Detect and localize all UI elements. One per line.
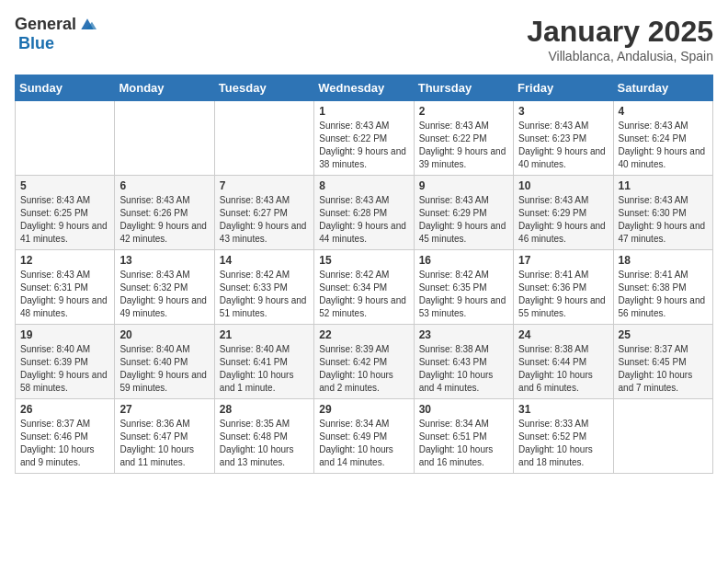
day-info: Sunrise: 8:43 AMSunset: 6:32 PMDaylight:… [119,269,209,320]
logo-blue-text: Blue [18,34,54,53]
day-info: Sunrise: 8:42 AMSunset: 6:33 PMDaylight:… [220,269,309,320]
day-info: Sunrise: 8:41 AMSunset: 6:38 PMDaylight:… [619,269,708,320]
day-info: Sunrise: 8:36 AMSunset: 6:47 PMDaylight:… [119,418,209,469]
calendar-week-row: 1Sunrise: 8:43 AMSunset: 6:22 PMDaylight… [16,101,713,176]
day-number: 8 [319,179,408,192]
calendar-cell: 4Sunrise: 8:43 AMSunset: 6:24 PMDaylight… [613,101,712,176]
calendar-cell: 23Sunrise: 8:38 AMSunset: 6:43 PMDayligh… [414,325,513,399]
calendar-header-row: SundayMondayTuesdayWednesdayThursdayFrid… [16,75,713,101]
day-header-monday: Monday [115,75,214,101]
day-number: 9 [419,179,508,192]
month-title: January 2025 [527,15,713,49]
day-header-thursday: Thursday [414,75,513,101]
day-number: 17 [518,254,608,267]
day-header-wednesday: Wednesday [314,75,414,101]
calendar-cell: 3Sunrise: 8:43 AMSunset: 6:23 PMDaylight… [514,101,613,176]
day-info: Sunrise: 8:40 AMSunset: 6:39 PMDaylight:… [20,343,109,395]
day-number: 28 [220,403,309,416]
calendar-cell: 29Sunrise: 8:34 AMSunset: 6:49 PMDayligh… [314,399,414,474]
logo-icon [78,16,97,34]
calendar-cell: 9Sunrise: 8:43 AMSunset: 6:29 PMDaylight… [414,176,513,250]
day-info: Sunrise: 8:42 AMSunset: 6:34 PMDaylight:… [319,269,408,320]
day-info: Sunrise: 8:34 AMSunset: 6:49 PMDaylight:… [319,418,408,469]
calendar-cell [16,101,115,176]
calendar-cell: 15Sunrise: 8:42 AMSunset: 6:34 PMDayligh… [314,250,414,325]
day-info: Sunrise: 8:43 AMSunset: 6:29 PMDaylight:… [518,194,608,246]
day-number: 26 [20,403,109,416]
day-number: 22 [319,328,408,341]
calendar-cell: 1Sunrise: 8:43 AMSunset: 6:22 PMDaylight… [314,101,414,176]
day-number: 18 [619,254,708,267]
day-number: 12 [20,254,109,267]
calendar-cell: 20Sunrise: 8:40 AMSunset: 6:40 PMDayligh… [115,325,214,399]
day-number: 19 [20,328,109,341]
day-number: 3 [518,105,608,118]
day-number: 11 [619,179,708,192]
calendar-cell: 14Sunrise: 8:42 AMSunset: 6:33 PMDayligh… [214,250,313,325]
day-number: 5 [20,179,109,192]
day-number: 1 [319,105,408,118]
day-number: 14 [220,254,309,267]
day-number: 6 [119,179,209,192]
calendar-cell: 18Sunrise: 8:41 AMSunset: 6:38 PMDayligh… [613,250,712,325]
day-number: 25 [619,328,708,341]
day-info: Sunrise: 8:43 AMSunset: 6:23 PMDaylight:… [518,120,608,171]
day-number: 4 [619,105,708,118]
day-number: 23 [419,328,508,341]
day-info: Sunrise: 8:40 AMSunset: 6:40 PMDaylight:… [119,343,209,395]
calendar-cell: 12Sunrise: 8:43 AMSunset: 6:31 PMDayligh… [16,250,115,325]
day-info: Sunrise: 8:43 AMSunset: 6:26 PMDaylight:… [119,194,209,246]
day-number: 31 [518,403,608,416]
logo: General Blue [15,15,97,53]
calendar-cell: 21Sunrise: 8:40 AMSunset: 6:41 PMDayligh… [214,325,313,399]
day-header-sunday: Sunday [16,75,115,101]
day-info: Sunrise: 8:34 AMSunset: 6:51 PMDaylight:… [419,418,508,469]
calendar-cell: 13Sunrise: 8:43 AMSunset: 6:32 PMDayligh… [115,250,214,325]
calendar-cell: 22Sunrise: 8:39 AMSunset: 6:42 PMDayligh… [314,325,414,399]
day-header-friday: Friday [514,75,613,101]
day-number: 2 [419,105,508,118]
day-info: Sunrise: 8:43 AMSunset: 6:28 PMDaylight:… [319,194,408,246]
day-info: Sunrise: 8:33 AMSunset: 6:52 PMDaylight:… [518,418,608,469]
calendar-cell: 31Sunrise: 8:33 AMSunset: 6:52 PMDayligh… [514,399,613,474]
day-number: 20 [119,328,209,341]
day-info: Sunrise: 8:43 AMSunset: 6:27 PMDaylight:… [220,194,309,246]
day-info: Sunrise: 8:39 AMSunset: 6:42 PMDaylight:… [319,343,408,395]
calendar-table: SundayMondayTuesdayWednesdayThursdayFrid… [15,75,713,474]
calendar-cell: 19Sunrise: 8:40 AMSunset: 6:39 PMDayligh… [16,325,115,399]
day-info: Sunrise: 8:43 AMSunset: 6:25 PMDaylight:… [20,194,109,246]
calendar-cell [613,399,712,474]
day-info: Sunrise: 8:35 AMSunset: 6:48 PMDaylight:… [220,418,309,469]
day-info: Sunrise: 8:43 AMSunset: 6:24 PMDaylight:… [619,120,708,171]
day-info: Sunrise: 8:42 AMSunset: 6:35 PMDaylight:… [419,269,508,320]
calendar-cell: 11Sunrise: 8:43 AMSunset: 6:30 PMDayligh… [613,176,712,250]
day-number: 15 [319,254,408,267]
calendar-cell: 2Sunrise: 8:43 AMSunset: 6:22 PMDaylight… [414,101,513,176]
day-number: 29 [319,403,408,416]
calendar-cell: 10Sunrise: 8:43 AMSunset: 6:29 PMDayligh… [514,176,613,250]
day-info: Sunrise: 8:40 AMSunset: 6:41 PMDaylight:… [220,343,309,395]
day-number: 30 [419,403,508,416]
page-header: General Blue January 2025 Villablanca, A… [15,15,713,63]
calendar-week-row: 12Sunrise: 8:43 AMSunset: 6:31 PMDayligh… [16,250,713,325]
day-number: 27 [119,403,209,416]
day-info: Sunrise: 8:43 AMSunset: 6:22 PMDaylight:… [319,120,408,171]
calendar-cell: 6Sunrise: 8:43 AMSunset: 6:26 PMDaylight… [115,176,214,250]
calendar-cell: 26Sunrise: 8:37 AMSunset: 6:46 PMDayligh… [16,399,115,474]
day-info: Sunrise: 8:41 AMSunset: 6:36 PMDaylight:… [518,269,608,320]
calendar-cell: 17Sunrise: 8:41 AMSunset: 6:36 PMDayligh… [514,250,613,325]
day-info: Sunrise: 8:43 AMSunset: 6:30 PMDaylight:… [619,194,708,246]
day-info: Sunrise: 8:37 AMSunset: 6:46 PMDaylight:… [20,418,109,469]
calendar-cell: 30Sunrise: 8:34 AMSunset: 6:51 PMDayligh… [414,399,513,474]
calendar-cell: 27Sunrise: 8:36 AMSunset: 6:47 PMDayligh… [115,399,214,474]
calendar-cell: 7Sunrise: 8:43 AMSunset: 6:27 PMDaylight… [214,176,313,250]
calendar-week-row: 26Sunrise: 8:37 AMSunset: 6:46 PMDayligh… [16,399,713,474]
calendar-cell: 25Sunrise: 8:37 AMSunset: 6:45 PMDayligh… [613,325,712,399]
day-info: Sunrise: 8:38 AMSunset: 6:43 PMDaylight:… [419,343,508,395]
calendar-cell: 8Sunrise: 8:43 AMSunset: 6:28 PMDaylight… [314,176,414,250]
calendar-week-row: 19Sunrise: 8:40 AMSunset: 6:39 PMDayligh… [16,325,713,399]
calendar-cell: 28Sunrise: 8:35 AMSunset: 6:48 PMDayligh… [214,399,313,474]
location-subtitle: Villablanca, Andalusia, Spain [527,49,713,63]
logo-general-text: General [15,15,76,34]
title-block: January 2025 Villablanca, Andalusia, Spa… [527,15,713,63]
